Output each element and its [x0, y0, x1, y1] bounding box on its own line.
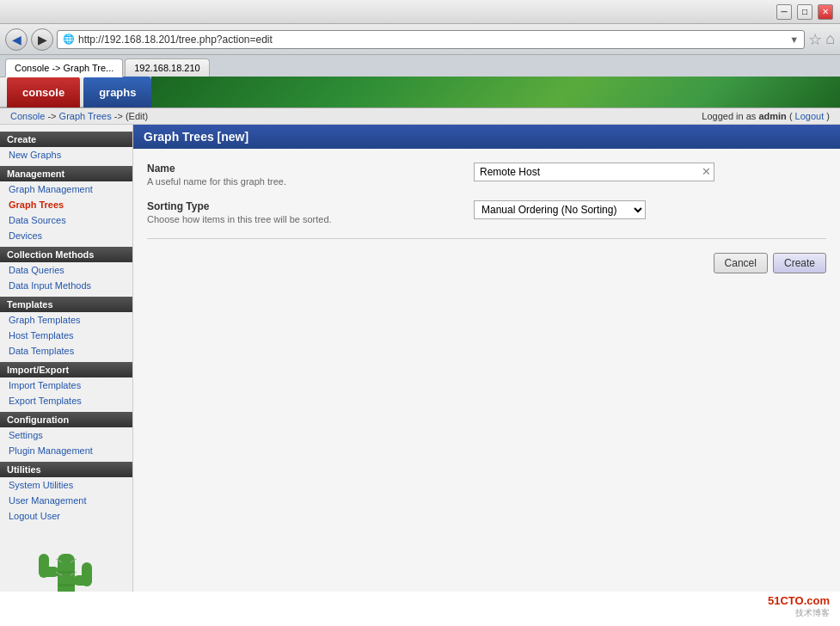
sidebar: Create New Graphs Management Graph Manag… [0, 125, 133, 592]
address-icon: 🌐 [63, 34, 75, 45]
sorting-label-group: Sorting Type Choose how items in this tr… [147, 200, 474, 224]
breadcrumb-sep2: -> [114, 111, 126, 121]
name-label-group: Name A useful name for this graph tree. [147, 163, 474, 187]
svg-rect-4 [82, 562, 92, 586]
button-row: Cancel Create [147, 253, 826, 273]
sidebar-item-data-sources[interactable]: Data Sources [0, 212, 132, 228]
address-bar: 🌐 ▼ [57, 30, 805, 49]
breadcrumb-edit: (Edit) [126, 111, 148, 121]
graphs-button[interactable]: graphs [83, 77, 151, 107]
sorting-row: Sorting Type Choose how items in this tr… [147, 200, 826, 224]
header-banner [151, 77, 840, 107]
form-divider [147, 238, 826, 239]
username: admin [758, 111, 786, 121]
breadcrumb-graph-trees[interactable]: Graph Trees [59, 111, 112, 121]
name-label: Name [147, 163, 460, 175]
svg-rect-9 [58, 571, 75, 574]
close-button[interactable]: ✕ [818, 4, 833, 20]
sidebar-item-graph-trees[interactable]: Graph Trees [0, 197, 132, 212]
tab-0[interactable]: Console -> Graph Tre... [5, 58, 123, 77]
name-row: Name A useful name for this graph tree. … [147, 163, 826, 187]
sorting-desc: Choose how items in this tree will be so… [147, 214, 460, 224]
sidebar-section-configuration: Configuration [0, 412, 132, 427]
sidebar-section-collection-methods: Collection Methods [0, 247, 132, 262]
minimize-button[interactable]: ─ [776, 4, 792, 20]
sorting-control: Manual Ordering (No Sorting) Alphabetic … [474, 200, 826, 219]
name-desc: A useful name for this graph tree. [147, 176, 460, 187]
logout-link[interactable]: Logout [795, 111, 825, 121]
svg-rect-2 [39, 554, 49, 578]
name-input-wrapper: ✕ [474, 163, 714, 181]
breadcrumb-console[interactable]: Console [10, 111, 45, 121]
sidebar-item-system-utilities[interactable]: System Utilities [0, 477, 132, 493]
svg-rect-10 [58, 584, 75, 586]
home-icon[interactable]: ⌂ [825, 30, 835, 48]
content-area: Graph Trees [new] Name A useful name for… [133, 125, 840, 592]
sidebar-item-data-queries[interactable]: Data Queries [0, 262, 132, 278]
login-info: Logged in as admin ( Logout ) [702, 111, 830, 121]
app-header: console graphs [0, 77, 840, 108]
address-input[interactable] [78, 34, 786, 46]
sidebar-item-devices[interactable]: Devices [0, 228, 132, 243]
tab-1[interactable]: 192.168.18.210 [125, 58, 209, 77]
sidebar-item-user-management[interactable]: User Management [0, 493, 132, 508]
logged-in-text: Logged in as [702, 111, 758, 121]
sidebar-item-host-templates[interactable]: Host Templates [0, 328, 132, 343]
sidebar-section-import-export: Import/Export [0, 362, 132, 377]
watermark: 51CTO.com 技术博客 [768, 594, 830, 619]
back-button[interactable]: ◀ [5, 28, 28, 51]
cactus-logo [0, 524, 132, 592]
sidebar-section-management: Management [0, 166, 132, 181]
paren-close: ) [826, 111, 830, 121]
title-bar: ─ □ ✕ [0, 0, 840, 24]
sidebar-section-templates: Templates [0, 297, 132, 312]
sidebar-item-data-input-methods[interactable]: Data Input Methods [0, 278, 132, 293]
cancel-button[interactable]: Cancel [714, 253, 768, 273]
tab-bar: Console -> Graph Tre... 192.168.18.210 [0, 55, 840, 77]
sidebar-item-plugin-management[interactable]: Plugin Management [0, 443, 132, 458]
breadcrumb-sep1: -> [47, 111, 58, 121]
create-button[interactable]: Create [773, 253, 826, 273]
forward-button[interactable]: ▶ [31, 28, 53, 51]
name-input[interactable] [474, 163, 714, 181]
content-body: Name A useful name for this graph tree. … [133, 149, 840, 287]
sidebar-section-utilities: Utilities [0, 462, 132, 477]
content-header: Graph Trees [new] [133, 125, 840, 149]
sidebar-item-import-templates[interactable]: Import Templates [0, 377, 132, 393]
name-clear-icon[interactable]: ✕ [702, 165, 711, 178]
sorting-label: Sorting Type [147, 200, 460, 212]
address-go[interactable]: ▼ [789, 34, 799, 45]
sidebar-item-graph-templates[interactable]: Graph Templates [0, 312, 132, 328]
maximize-button[interactable]: □ [797, 4, 812, 20]
breadcrumb-bar: Console -> Graph Trees -> (Edit) Logged … [0, 108, 840, 125]
name-control: ✕ [474, 163, 826, 181]
sidebar-item-export-templates[interactable]: Export Templates [0, 393, 132, 408]
nav-bar: ◀ ▶ 🌐 ▼ ☆ ⌂ [0, 24, 840, 55]
star-icon[interactable]: ☆ [808, 30, 822, 49]
paren-open: ( [789, 111, 793, 121]
sidebar-item-data-templates[interactable]: Data Templates [0, 343, 132, 359]
sidebar-item-graph-management[interactable]: Graph Management [0, 181, 132, 197]
console-button[interactable]: console [7, 77, 80, 107]
main-layout: Create New Graphs Management Graph Manag… [0, 125, 840, 592]
sidebar-item-logout-user[interactable]: Logout User [0, 508, 132, 524]
watermark-sub: 技术博客 [768, 607, 830, 619]
watermark-site: 51CTO.com [768, 594, 830, 607]
sorting-select[interactable]: Manual Ordering (No Sorting) Alphabetic … [474, 200, 646, 219]
sidebar-item-new-graphs[interactable]: New Graphs [0, 147, 132, 163]
sidebar-item-settings[interactable]: Settings [0, 427, 132, 443]
sidebar-section-create: Create [0, 132, 132, 147]
